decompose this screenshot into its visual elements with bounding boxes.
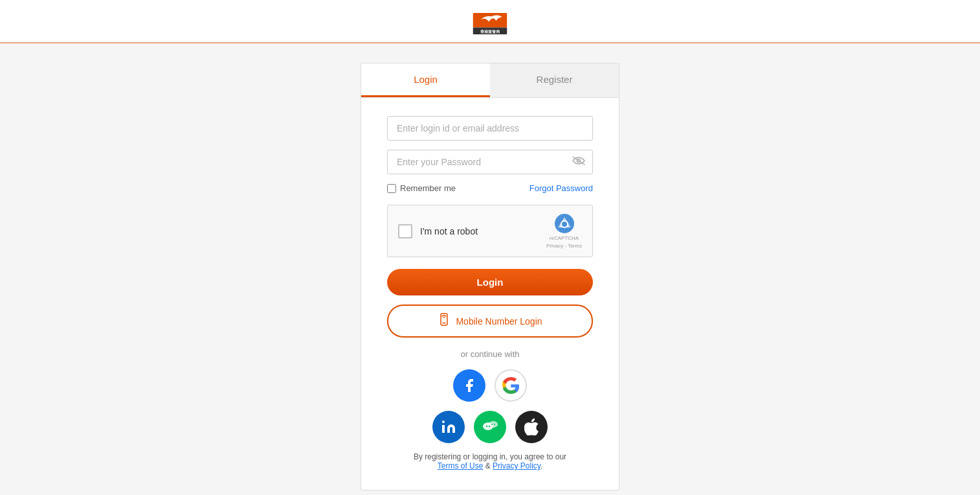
mobile-login-label: Mobile Number Login bbox=[456, 316, 542, 327]
terms-prefix: By registering or logging in, you agree … bbox=[414, 452, 566, 461]
facebook-login-button[interactable] bbox=[453, 369, 485, 402]
remember-me-label[interactable]: Remember me bbox=[387, 183, 456, 193]
password-input[interactable] bbox=[387, 150, 593, 174]
svg-point-12 bbox=[486, 426, 487, 427]
apple-icon bbox=[524, 419, 539, 435]
social-row-1 bbox=[387, 369, 593, 402]
toggle-password-icon[interactable] bbox=[572, 156, 585, 168]
svg-text:香港貿發局: 香港貿發局 bbox=[480, 29, 500, 34]
page-header: 香港貿發局 bbox=[0, 0, 980, 43]
remember-forgot-row: Remember me Forgot Password bbox=[387, 183, 593, 193]
mobile-login-button[interactable]: Mobile Number Login bbox=[387, 305, 593, 338]
recaptcha-widget[interactable]: I'm not a robot reCAPTCHA Privacy - Term… bbox=[387, 205, 593, 257]
svg-rect-0 bbox=[473, 13, 507, 28]
svg-point-15 bbox=[494, 424, 495, 425]
terms-ampersand: & bbox=[485, 461, 493, 470]
social-row-2 bbox=[387, 411, 593, 443]
recaptcha-checkbox[interactable] bbox=[398, 224, 412, 238]
apple-login-button[interactable] bbox=[515, 411, 548, 443]
tab-login[interactable]: Login bbox=[361, 63, 490, 97]
remember-me-checkbox[interactable] bbox=[387, 184, 396, 193]
or-continue-text: or continue with bbox=[387, 349, 593, 359]
remember-me-text: Remember me bbox=[400, 183, 456, 193]
email-input[interactable] bbox=[387, 116, 593, 141]
terms-of-use-link[interactable]: Terms of Use bbox=[438, 461, 484, 470]
login-form: Remember me Forgot Password I'm not a ro… bbox=[361, 98, 619, 490]
recaptcha-left: I'm not a robot bbox=[398, 224, 478, 238]
terms-text: By registering or logging in, you agree … bbox=[387, 452, 593, 470]
svg-point-13 bbox=[489, 426, 490, 427]
linkedin-login-button[interactable] bbox=[432, 411, 465, 443]
email-input-group bbox=[387, 116, 593, 141]
recaptcha-label: I'm not a robot bbox=[420, 226, 478, 236]
google-login-button[interactable] bbox=[495, 369, 527, 402]
wechat-login-button[interactable] bbox=[474, 411, 506, 443]
terms-period: . bbox=[540, 461, 542, 470]
forgot-password-link[interactable]: Forgot Password bbox=[529, 183, 593, 193]
svg-point-14 bbox=[491, 424, 493, 425]
svg-point-11 bbox=[489, 421, 498, 428]
google-icon bbox=[502, 377, 519, 394]
svg-point-5 bbox=[561, 221, 568, 227]
recaptcha-links-text: Privacy - Terms bbox=[546, 243, 582, 249]
mobile-login-icon bbox=[438, 313, 451, 329]
wechat-icon bbox=[481, 418, 499, 436]
logo: 香港貿發局 bbox=[471, 8, 509, 37]
tab-register[interactable]: Register bbox=[490, 63, 619, 97]
recaptcha-brand-text: reCAPTCHA bbox=[550, 235, 579, 242]
linkedin-icon bbox=[441, 419, 456, 435]
svg-point-9 bbox=[442, 420, 445, 423]
privacy-policy-link[interactable]: Privacy Policy bbox=[493, 461, 540, 470]
login-card: Login Register bbox=[361, 63, 619, 490]
recaptcha-logo bbox=[554, 213, 575, 234]
main-content: Login Register bbox=[0, 43, 980, 495]
tab-bar: Login Register bbox=[361, 63, 619, 98]
hktdc-logo-icon: 香港貿發局 bbox=[471, 8, 509, 37]
password-input-group bbox=[387, 150, 593, 174]
login-button[interactable]: Login bbox=[387, 269, 593, 295]
svg-rect-8 bbox=[442, 425, 445, 433]
facebook-icon bbox=[462, 378, 477, 393]
recaptcha-right: reCAPTCHA Privacy - Terms bbox=[546, 213, 582, 249]
